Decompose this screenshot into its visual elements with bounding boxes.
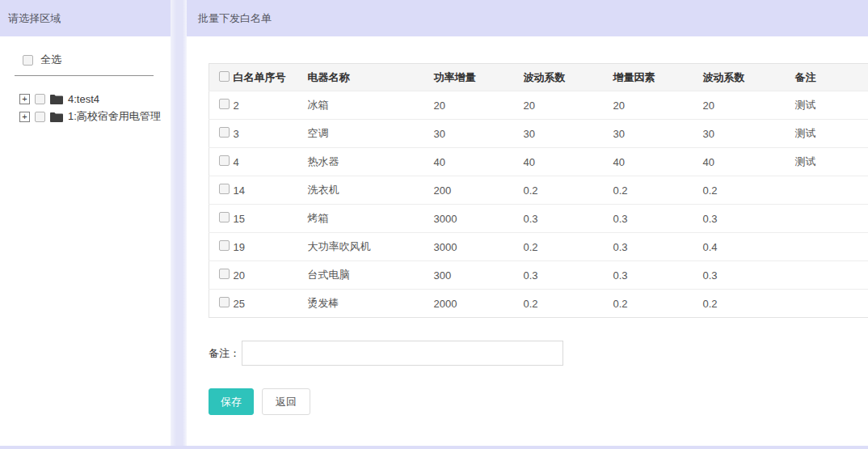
cell-appliance: 热水器 xyxy=(308,148,434,176)
sidebar-divider xyxy=(15,75,154,76)
cell-factor: 20 xyxy=(613,91,703,120)
cell-fluct2: 40 xyxy=(703,148,795,176)
expand-plus-icon[interactable]: + xyxy=(19,112,30,122)
cell-fluct2: 0.2 xyxy=(703,176,795,205)
remark-row: 备注： xyxy=(209,341,868,366)
cell-remark xyxy=(795,176,868,205)
cell-remark xyxy=(795,261,868,290)
cell-appliance: 洗衣机 xyxy=(308,176,434,205)
cell-fluct: 0.2 xyxy=(524,176,613,205)
folder-icon xyxy=(50,112,63,122)
cell-appliance: 大功率吹风机 xyxy=(308,233,434,261)
table-row: 14 洗衣机 200 0.2 0.2 0.2 xyxy=(209,176,868,205)
cell-appliance: 烤箱 xyxy=(308,205,434,233)
row-checkbox[interactable] xyxy=(219,212,230,222)
cell-appliance: 台式电脑 xyxy=(308,261,434,290)
cell-fluct2: 0.3 xyxy=(703,205,795,233)
row-checkbox[interactable] xyxy=(219,297,230,307)
cell-factor: 0.3 xyxy=(613,233,703,261)
cell-fluct2: 20 xyxy=(703,91,795,120)
cell-power: 2000 xyxy=(434,290,524,318)
select-all-rows-checkbox[interactable] xyxy=(219,71,230,82)
cell-factor: 30 xyxy=(613,120,703,148)
whitelist-table: 白名单序号 电器名称 功率增量 波动系数 增量因素 波动系数 备注 2 冰箱 xyxy=(209,63,868,318)
cell-power: 40 xyxy=(434,148,524,176)
column-header: 备注 xyxy=(795,64,868,91)
cell-power: 30 xyxy=(434,120,524,148)
folder-icon xyxy=(50,94,63,104)
cell-remark xyxy=(795,233,868,261)
cell-fluct: 30 xyxy=(524,120,613,148)
cell-remark: 测试 xyxy=(795,120,868,148)
cell-power: 3000 xyxy=(434,205,524,233)
table-row: 2 冰箱 20 20 20 20 测试 xyxy=(209,91,868,120)
select-all-label[interactable]: 全选 xyxy=(40,53,61,67)
cell-id: 19 xyxy=(234,233,308,261)
cell-remark: 测试 xyxy=(795,91,868,120)
select-all-row: 全选 xyxy=(0,53,171,67)
cell-factor: 40 xyxy=(613,148,703,176)
region-sidebar: 请选择区域 全选 + 4:test4 + 1:高校宿舍用电管理 xyxy=(0,0,171,449)
cell-id: 25 xyxy=(234,290,308,318)
tree-node-test4: + 4:test4 xyxy=(0,90,171,108)
cell-fluct2: 30 xyxy=(703,120,795,148)
cell-fluct: 40 xyxy=(524,148,613,176)
row-checkbox[interactable] xyxy=(219,240,230,251)
select-all-checkbox[interactable] xyxy=(23,55,33,66)
cell-power: 20 xyxy=(434,91,524,120)
save-button[interactable]: 保存 xyxy=(209,388,254,415)
cell-fluct: 20 xyxy=(524,91,613,120)
cell-fluct2: 0.4 xyxy=(703,233,795,261)
tree-node-label[interactable]: 1:高校宿舍用电管理 xyxy=(68,109,161,124)
main-header: 批量下发白名单 xyxy=(187,0,868,36)
cell-fluct: 0.3 xyxy=(524,205,613,233)
column-header: 功率增量 xyxy=(434,64,524,91)
back-button[interactable]: 返回 xyxy=(262,388,310,415)
bottom-accent-strip xyxy=(0,446,868,449)
cell-id: 3 xyxy=(234,120,308,148)
tree-node-checkbox[interactable] xyxy=(35,112,45,122)
region-main: 批量下发白名单 白名单序号 电器名称 功率增量 波动系数 增量因素 波 xyxy=(187,0,868,449)
panel-gap-divider xyxy=(171,0,187,449)
cell-id: 2 xyxy=(234,91,308,120)
main-body: 白名单序号 电器名称 功率增量 波动系数 增量因素 波动系数 备注 2 冰箱 xyxy=(187,36,868,415)
tree-node-label[interactable]: 4:test4 xyxy=(68,93,99,105)
cell-remark xyxy=(795,205,868,233)
cell-fluct: 0.2 xyxy=(524,290,613,318)
cell-remark: 测试 xyxy=(795,148,868,176)
cell-fluct2: 0.2 xyxy=(703,290,795,318)
cell-id: 14 xyxy=(234,176,308,205)
table-row: 20 台式电脑 300 0.3 0.3 0.3 xyxy=(209,261,868,290)
column-header: 电器名称 xyxy=(308,64,434,91)
cell-id: 20 xyxy=(234,261,308,290)
cell-power: 200 xyxy=(434,176,524,205)
sidebar-title: 请选择区域 xyxy=(8,11,61,26)
cell-factor: 0.2 xyxy=(613,176,703,205)
table-row: 4 热水器 40 40 40 40 测试 xyxy=(209,148,868,176)
cell-power: 300 xyxy=(434,261,524,290)
sidebar-header: 请选择区域 xyxy=(0,0,171,36)
page-title: 批量下发白名单 xyxy=(198,11,272,26)
cell-fluct: 0.2 xyxy=(524,233,613,261)
row-checkbox[interactable] xyxy=(219,127,230,138)
action-buttons-row: 保存 返回 xyxy=(209,388,868,415)
row-checkbox[interactable] xyxy=(219,269,230,279)
cell-appliance: 烫发棒 xyxy=(308,290,434,318)
table-row: 15 烤箱 3000 0.3 0.3 0.3 xyxy=(209,205,868,233)
cell-fluct: 0.3 xyxy=(524,261,613,290)
cell-fluct2: 0.3 xyxy=(703,261,795,290)
cell-factor: 0.3 xyxy=(613,261,703,290)
tree-node-checkbox[interactable] xyxy=(35,94,45,104)
cell-factor: 0.2 xyxy=(613,290,703,318)
row-checkbox[interactable] xyxy=(219,155,230,166)
expand-plus-icon[interactable]: + xyxy=(19,94,30,104)
row-checkbox[interactable] xyxy=(219,184,230,194)
cell-power: 3000 xyxy=(434,233,524,261)
table-header-row: 白名单序号 电器名称 功率增量 波动系数 增量因素 波动系数 备注 xyxy=(209,64,868,91)
row-checkbox[interactable] xyxy=(219,99,230,109)
column-header: 波动系数 xyxy=(524,64,613,91)
remark-input[interactable] xyxy=(242,341,563,366)
cell-appliance: 空调 xyxy=(308,120,434,148)
table-row: 25 烫发棒 2000 0.2 0.2 0.2 xyxy=(209,290,868,318)
region-tree: + 4:test4 + 1:高校宿舍用电管理 xyxy=(0,90,171,125)
